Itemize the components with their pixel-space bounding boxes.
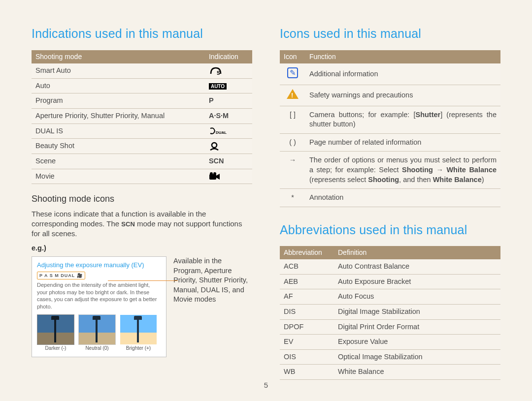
def: Digital Print Order Format bbox=[334, 319, 500, 335]
th-function: Function bbox=[305, 50, 500, 63]
page-number: 5 bbox=[264, 380, 268, 390]
example-mode-strip: P A S M DUAL 🎥 bbox=[37, 272, 85, 279]
heading-abbreviations: Abbreviations used in this manual bbox=[280, 222, 500, 239]
info-icon bbox=[280, 63, 305, 85]
abbr: AEB bbox=[280, 274, 334, 289]
th-shooting-mode: Shooting mode bbox=[32, 50, 205, 63]
example-caption: Available in the Program, Aperture Prior… bbox=[173, 256, 252, 305]
abbr: AF bbox=[280, 289, 334, 305]
table-row: → The order of options or menus you must… bbox=[280, 152, 500, 189]
indication-auto-icon: AUTO bbox=[205, 78, 252, 93]
icon-function: Additional information bbox=[305, 63, 500, 85]
def: Digital Image Stabilization bbox=[334, 305, 500, 320]
table-row: Movie bbox=[32, 169, 252, 184]
thumb-brighter: Brighter (+) bbox=[120, 314, 157, 352]
icon-function: Safety warnings and precautions bbox=[305, 85, 500, 106]
table-row: ACBAuto Contrast Balance bbox=[280, 259, 500, 274]
heading-indications: Indications used in this manual bbox=[32, 26, 252, 42]
table-row: Aperture Priority, Shutter Priority, Man… bbox=[32, 108, 252, 123]
table-row: Beauty Shot bbox=[32, 139, 252, 154]
asterisk-icon: * bbox=[280, 189, 305, 207]
mode-label: Scene bbox=[32, 154, 205, 169]
icons-table: Icon Function Additional information Saf… bbox=[280, 50, 500, 207]
table-row: WBWhite Balance bbox=[280, 365, 500, 380]
table-row: Additional information bbox=[280, 63, 500, 85]
th-definition: Definition bbox=[334, 246, 500, 259]
abbr: DPOF bbox=[280, 319, 334, 335]
def: White Balance bbox=[334, 365, 500, 380]
thumb-darker: Darker (-) bbox=[37, 314, 74, 352]
table-row: DISDigital Image Stabilization bbox=[280, 305, 500, 320]
thumb-neutral: Neutral (0) bbox=[78, 314, 116, 352]
icon-function: Page number of related information bbox=[305, 133, 500, 152]
left-column: Indications used in this manual Shooting… bbox=[32, 26, 252, 380]
indication-dual-is-icon: DUAL bbox=[205, 123, 252, 139]
table-row: Smart Auto S bbox=[32, 63, 252, 79]
indications-table: Shooting mode Indication Smart Auto S Au… bbox=[32, 50, 252, 185]
table-row: Safety warnings and precautions bbox=[280, 85, 500, 106]
table-row: [ ] Camera buttons; for example: [Shutte… bbox=[280, 106, 500, 133]
subheading-shooting-mode-icons: Shooting mode icons bbox=[32, 193, 252, 205]
example-title: Adjusting the exposure manually (EV) bbox=[37, 261, 161, 270]
example-row: Adjusting the exposure manually (EV) P A… bbox=[32, 256, 252, 357]
abbr: WB bbox=[280, 365, 334, 380]
def: Auto Contrast Balance bbox=[334, 259, 500, 274]
indication-smart-auto-icon: S bbox=[205, 63, 252, 79]
table-row: Scene SCN bbox=[32, 154, 252, 169]
table-row: DPOFDigital Print Order Format bbox=[280, 319, 500, 335]
connector-line-icon bbox=[108, 280, 178, 281]
th-indication: Indication bbox=[205, 50, 252, 63]
abbr: ACB bbox=[280, 259, 334, 274]
parens-icon: ( ) bbox=[280, 133, 305, 152]
indication-program-icon: P bbox=[205, 93, 252, 109]
abbr: EV bbox=[280, 335, 334, 350]
heading-icons: Icons used in this manual bbox=[280, 26, 500, 42]
icon-function: Annotation bbox=[305, 189, 500, 207]
mode-label: Auto bbox=[32, 78, 205, 93]
mode-label: Movie bbox=[32, 169, 205, 184]
indication-scene-icon: SCN bbox=[205, 154, 252, 169]
table-row: OISOptical Image Stabilization bbox=[280, 349, 500, 365]
icon-function: Camera buttons; for example: [Shutter] (… bbox=[305, 106, 500, 133]
def: Exposure Value bbox=[334, 335, 500, 350]
table-row: DUAL IS DUAL bbox=[32, 123, 252, 139]
svg-point-5 bbox=[213, 172, 216, 175]
def: Optical Image Stabilization bbox=[334, 349, 500, 365]
mode-label: Aperture Priority, Shutter Priority, Man… bbox=[32, 108, 205, 123]
table-row: * Annotation bbox=[280, 189, 500, 207]
mode-label: Beauty Shot bbox=[32, 139, 205, 154]
svg-point-2 bbox=[212, 143, 217, 148]
example-body: Depending on the intensity of the ambien… bbox=[37, 281, 161, 310]
table-row: AEBAuto Exposure Bracket bbox=[280, 274, 500, 289]
warning-icon bbox=[280, 85, 305, 106]
abbr: DIS bbox=[280, 305, 334, 320]
brackets-icon: [ ] bbox=[280, 106, 305, 133]
table-row: AFAuto Focus bbox=[280, 289, 500, 305]
mode-label: Smart Auto bbox=[32, 63, 205, 79]
mode-label: Program bbox=[32, 93, 205, 109]
table-row: Program P bbox=[32, 93, 252, 109]
example-label: e.g.) bbox=[32, 244, 252, 253]
svg-point-4 bbox=[210, 172, 213, 175]
table-row: Auto AUTO bbox=[32, 78, 252, 93]
right-column: Icons used in this manual Icon Function … bbox=[280, 26, 500, 380]
indication-movie-icon bbox=[205, 169, 252, 184]
abbr: OIS bbox=[280, 349, 334, 365]
mode-label: DUAL IS bbox=[32, 123, 205, 139]
def: Auto Exposure Bracket bbox=[334, 274, 500, 289]
table-row: EVExposure Value bbox=[280, 335, 500, 350]
def: Auto Focus bbox=[334, 289, 500, 305]
svg-text:S: S bbox=[217, 70, 220, 76]
indication-beauty-icon bbox=[205, 139, 252, 154]
example-box: Adjusting the exposure manually (EV) P A… bbox=[32, 256, 166, 357]
shooting-mode-description: These icons indicate that a function is … bbox=[32, 209, 252, 239]
icon-function: The order of options or menus you must s… bbox=[305, 152, 500, 189]
abbreviations-table: Abbreviation Definition ACBAuto Contrast… bbox=[280, 246, 500, 379]
arrow-icon: → bbox=[280, 152, 305, 189]
svg-text:DUAL: DUAL bbox=[216, 130, 227, 135]
th-icon: Icon bbox=[280, 50, 305, 63]
example-thumbs: Darker (-) Neutral (0) Brighter (+) bbox=[37, 314, 161, 352]
table-row: ( ) Page number of related information bbox=[280, 133, 500, 152]
th-abbreviation: Abbreviation bbox=[280, 246, 334, 259]
indication-asm-icon: A·S·M bbox=[205, 108, 252, 123]
